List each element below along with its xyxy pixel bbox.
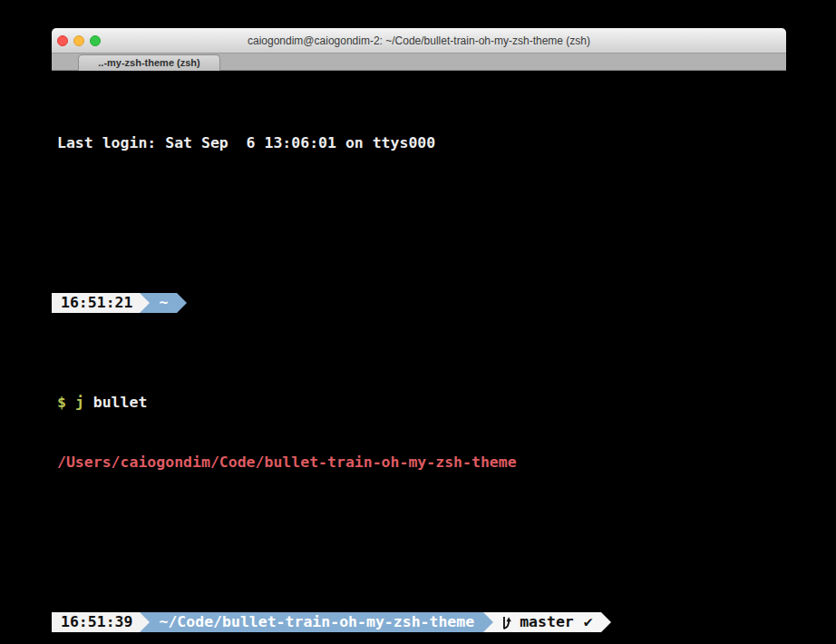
terminal-screen[interactable]: Last login: Sat Sep 6 13:06:01 on ttys00… <box>52 71 786 643</box>
blank-line <box>52 512 786 532</box>
prompt-time-segment: 16:51:21 <box>52 293 140 313</box>
title-bar[interactable]: caiogondim@caiogondim-2: ~/Code/bullet-t… <box>52 28 786 54</box>
command-args: bullet <box>84 394 148 411</box>
blank-line <box>52 193 786 213</box>
git-clean-check-icon: ✔ <box>584 612 593 632</box>
tab-zsh[interactable]: ..-my-zsh-theme (zsh) <box>78 54 220 71</box>
prompt-symbol: $ <box>57 394 75 411</box>
prompt-line: 16:51:21 ~ <box>52 293 786 313</box>
powerline-arrow-icon <box>140 293 150 313</box>
prompt-path-segment: ~/Code/bullet-train-oh-my-zsh-theme <box>150 612 483 632</box>
window-title: caiogondim@caiogondim-2: ~/Code/bullet-t… <box>52 28 786 54</box>
git-branch-name: master <box>520 612 574 632</box>
prompt-git-segment: master ✔ <box>493 612 601 632</box>
powerline-arrow-icon <box>601 612 611 632</box>
prompt-line: 16:51:39 ~/Code/bullet-train-oh-my-zsh-t… <box>52 612 786 632</box>
powerline-arrow-icon <box>140 612 150 632</box>
prompt-path-segment: ~ <box>150 293 177 313</box>
command-line: $ j bullet <box>52 393 786 413</box>
git-branch-icon <box>501 616 512 629</box>
powerline-arrow-icon <box>483 612 493 632</box>
prompt-time-segment: 16:51:39 <box>52 612 140 632</box>
command-output: /Users/caiogondim/Code/bullet-train-oh-m… <box>52 453 786 473</box>
terminal-window: caiogondim@caiogondim-2: ~/Code/bullet-t… <box>52 28 786 644</box>
last-login-line: Last login: Sat Sep 6 13:06:01 on ttys00… <box>52 133 786 153</box>
tab-bar: ..-my-zsh-theme (zsh) <box>52 54 786 71</box>
command-text: j <box>75 394 84 411</box>
powerline-arrow-icon <box>177 293 187 313</box>
